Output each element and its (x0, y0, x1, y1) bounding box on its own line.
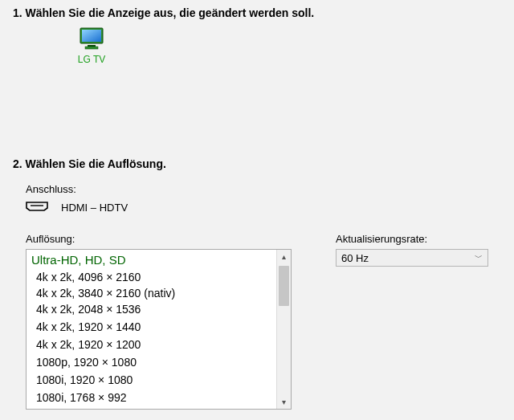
connection-value: HDMI – HDTV (61, 202, 128, 214)
resolution-item[interactable]: 1080i, 1920 × 1080 (27, 371, 276, 389)
resolution-item-selected[interactable]: 4k x 2k, 3840 × 2160 (nativ) (27, 286, 276, 300)
step1-heading: 1. Wählen Sie die Anzeige aus, die geänd… (13, 6, 314, 19)
resolution-item[interactable]: 4k x 2k, 1920 × 1200 (27, 336, 276, 353)
resolution-listbox[interactable]: Ultra-HD, HD, SD 4k x 2k, 4096 × 2160 4k… (26, 249, 292, 410)
refresh-rate-label: Aktualisierungsrate: (336, 233, 427, 245)
chevron-down-icon: ﹀ (475, 252, 483, 263)
display-tile-lgtv[interactable]: LG TV (67, 27, 116, 65)
svg-rect-4 (85, 47, 98, 49)
resolution-item[interactable]: 1080p, 1920 × 1080 (27, 353, 276, 371)
connection-row: HDMI – HDTV (26, 201, 128, 214)
resolution-item[interactable]: 1080i, 1768 × 992 (27, 389, 276, 406)
scroll-up-icon[interactable]: ▴ (277, 250, 291, 263)
refresh-rate-combobox[interactable]: 60 Hz ﹀ (336, 249, 488, 267)
resolution-list[interactable]: Ultra-HD, HD, SD 4k x 2k, 4096 × 2160 4k… (27, 250, 276, 409)
display-settings-panel: 1. Wählen Sie die Anzeige aus, die geänd… (0, 0, 514, 420)
resolution-label: Auflösung: (26, 233, 75, 245)
scroll-thumb[interactable] (279, 266, 289, 306)
connection-label: Anschluss: (26, 183, 76, 195)
refresh-rate-value: 60 Hz (341, 252, 369, 264)
display-tile-label: LG TV (67, 54, 116, 65)
scroll-down-icon[interactable]: ▾ (277, 395, 291, 409)
resolution-scrollbar[interactable]: ▴ ▾ (276, 250, 291, 409)
svg-rect-3 (88, 45, 96, 47)
resolution-group-header: Ultra-HD, HD, SD (27, 250, 276, 268)
resolution-item[interactable]: 1080p, 1680 × 1050 (27, 406, 276, 409)
svg-rect-2 (82, 30, 101, 42)
step2-heading: 2. Wählen Sie die Auflösung. (13, 157, 166, 170)
resolution-item[interactable]: 4k x 2k, 4096 × 2160 (27, 268, 276, 286)
monitor-icon (80, 40, 104, 52)
resolution-item[interactable]: 4k x 2k, 1920 × 1440 (27, 318, 276, 336)
resolution-item[interactable]: 4k x 2k, 2048 × 1536 (27, 300, 276, 318)
hdmi-icon (26, 201, 48, 214)
